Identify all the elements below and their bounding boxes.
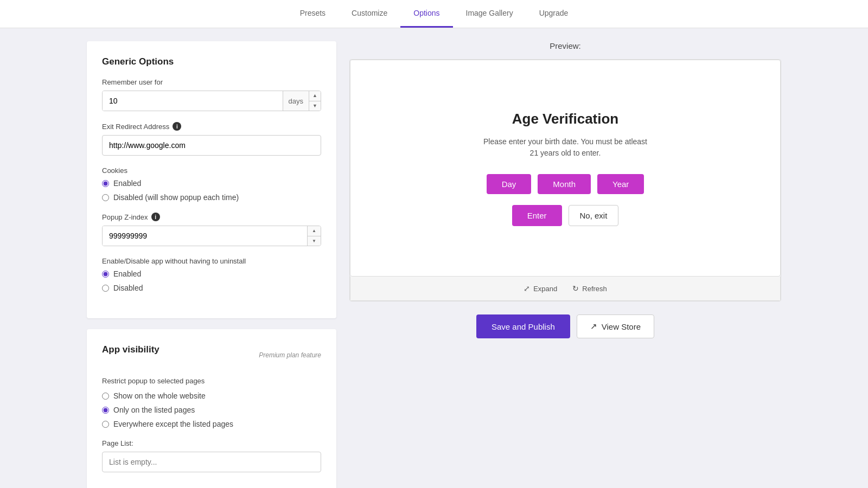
cookies-disabled-label: Disabled (will show popup each time) [113,193,239,202]
popup-zindex-info-icon[interactable]: i [151,213,160,221]
left-column: Generic Options Remember user for days ▲… [87,41,336,488]
generic-options-card: Generic Options Remember user for days ▲… [87,41,336,318]
expand-button[interactable]: ⤢ Expand [517,282,564,295]
main-content: Generic Options Remember user for days ▲… [0,28,868,488]
view-store-label: View Store [602,322,641,331]
show-whole-website-option[interactable]: Show on the whole website [102,391,321,400]
nav-tabs: Presets Customize Options Image Gallery … [0,0,868,28]
age-verification-subtitle: Please enter your birth date. You must b… [478,136,652,159]
right-column: Preview: Age Verification Please enter y… [349,41,781,488]
year-button[interactable]: Year [597,174,644,194]
enter-button[interactable]: Enter [512,205,562,226]
cookies-enabled-radio[interactable] [102,180,109,187]
remember-user-label: Remember user for [102,78,321,86]
remember-user-input[interactable] [103,91,283,111]
preview-actions: ⤢ Expand ↻ Refresh [350,277,781,301]
everywhere-except-label: Everywhere except the listed pages [113,420,233,428]
cookies-disabled-radio[interactable] [102,194,109,201]
preview-outer: Age Verification Please enter your birth… [349,59,781,301]
tab-image-gallery[interactable]: Image Gallery [453,0,526,28]
everywhere-except-option[interactable]: Everywhere except the listed pages [102,420,321,428]
dmy-buttons: Day Month Year [487,174,644,194]
exit-button[interactable]: No, exit [569,205,619,226]
everywhere-except-radio[interactable] [102,421,109,428]
generic-options-title: Generic Options [102,56,321,67]
only-listed-pages-radio[interactable] [102,407,109,414]
day-button[interactable]: Day [487,174,532,194]
expand-icon: ⤢ [524,284,530,293]
cookies-disabled-option[interactable]: Disabled (will show popup each time) [102,193,321,202]
remember-user-up[interactable]: ▲ [309,91,321,101]
remember-user-input-wrap: days ▲ ▼ [102,91,321,111]
premium-badge: Premium plan feature [259,351,321,359]
app-enabled-label: Enabled [113,269,141,278]
only-listed-pages-label: Only on the listed pages [113,406,195,414]
exit-redirect-label: Exit Redirect Address i [102,122,321,131]
refresh-icon: ↻ [572,284,579,293]
popup-zindex-label: Popup Z-index i [102,213,321,221]
expand-label: Expand [533,285,557,293]
app-disabled-radio[interactable] [102,285,109,292]
exit-redirect-info-icon[interactable]: i [173,122,181,131]
refresh-button[interactable]: ↻ Refresh [566,282,614,295]
page-list-label: Page List: [102,439,321,447]
show-whole-website-radio[interactable] [102,393,109,400]
preview-box: Age Verification Please enter your birth… [350,60,781,277]
app-enabled-radio[interactable] [102,271,109,278]
remember-user-spinner: ▲ ▼ [309,91,321,111]
view-store-button[interactable]: ↗ View Store [577,314,654,338]
age-verification-title: Age Verification [512,111,619,127]
visibility-radio-group: Show on the whole website Only on the li… [102,391,321,428]
app-visibility-header: App visibility Premium plan feature [102,344,321,366]
month-button[interactable]: Month [538,174,591,194]
exit-redirect-input[interactable] [102,135,321,156]
cookies-enabled-option[interactable]: Enabled [102,179,321,188]
cookies-enabled-label: Enabled [113,179,141,188]
tab-upgrade[interactable]: Upgrade [526,0,582,28]
app-visibility-title: App visibility [102,344,159,355]
popup-zindex-input-wrap: ▲ ▼ [102,226,321,246]
tab-presets[interactable]: Presets [287,0,339,28]
popup-zindex-spinner: ▲ ▼ [307,226,321,246]
show-whole-website-label: Show on the whole website [113,391,206,400]
restrict-popup-label: Restrict popup to selected pages [102,377,321,385]
page-list-input[interactable] [102,452,321,472]
popup-zindex-down[interactable]: ▼ [308,236,321,246]
tab-options[interactable]: Options [400,0,452,28]
popup-zindex-up[interactable]: ▲ [308,226,321,236]
enable-disable-radio-group: Enabled Disabled [102,269,321,292]
cookies-radio-group: Enabled Disabled (will show popup each t… [102,179,321,202]
app-disabled-label: Disabled [113,284,143,292]
enable-disable-label: Enable/Disable app without having to uni… [102,257,321,265]
external-link-icon: ↗ [590,322,597,331]
refresh-label: Refresh [582,285,607,293]
days-suffix: days [283,91,309,111]
cookies-label: Cookies [102,166,321,175]
remember-user-down[interactable]: ▼ [309,101,321,111]
tab-customize[interactable]: Customize [339,0,400,28]
action-buttons: Enter No, exit [512,205,619,226]
app-enabled-option[interactable]: Enabled [102,269,321,278]
app-disabled-option[interactable]: Disabled [102,284,321,292]
save-publish-button[interactable]: Save and Publish [476,314,570,338]
app-visibility-card: App visibility Premium plan feature Rest… [87,329,336,488]
bottom-buttons: Save and Publish ↗ View Store [349,314,781,338]
only-listed-pages-option[interactable]: Only on the listed pages [102,406,321,414]
preview-label: Preview: [349,41,781,50]
popup-zindex-input[interactable] [103,226,307,246]
